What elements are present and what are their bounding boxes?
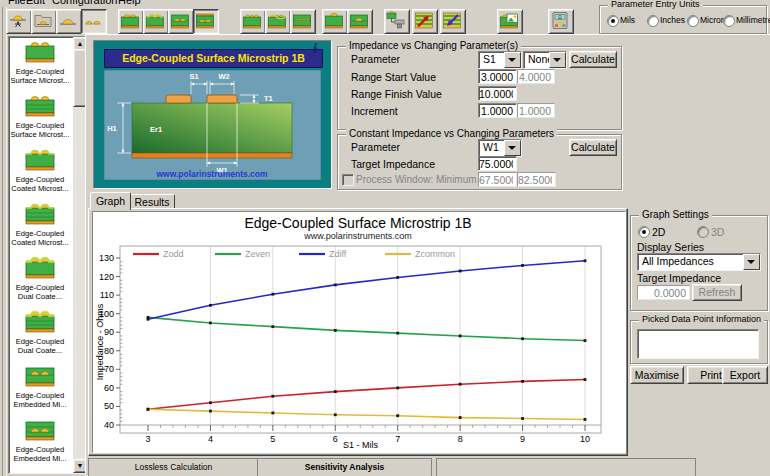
edge-coupled-surface-board-button[interactable] bbox=[240, 9, 266, 34]
structure-icon bbox=[23, 55, 57, 67]
constant-parameter-label: Parameter bbox=[351, 141, 400, 153]
structure-icon bbox=[23, 109, 57, 121]
increment-input[interactable] bbox=[478, 103, 517, 118]
svg-text:9: 9 bbox=[520, 434, 525, 444]
structure-icon bbox=[23, 271, 57, 283]
increment-secondary-input[interactable] bbox=[517, 103, 555, 118]
target-impedance-input[interactable] bbox=[478, 156, 517, 171]
export-button[interactable]: Export bbox=[722, 366, 768, 384]
bottom-tab-empty bbox=[436, 458, 696, 476]
refresh-button-label: Refresh bbox=[699, 286, 736, 298]
edge-coupled-embedded-board-button[interactable] bbox=[290, 9, 316, 34]
svg-text:Zeven: Zeven bbox=[245, 249, 270, 259]
display-series-value: All Impedances bbox=[642, 255, 714, 267]
chevron-down-icon[interactable] bbox=[504, 140, 521, 156]
calculate-constant-button[interactable]: Calculate bbox=[569, 139, 617, 156]
tab-graph[interactable]: Graph bbox=[90, 192, 131, 210]
dim-label-s1: S1 bbox=[189, 72, 198, 81]
process-window-checkbox[interactable] bbox=[342, 174, 354, 186]
bottom-tab-sensitivity-analysis[interactable]: Sensitivity Analysis bbox=[257, 458, 432, 476]
chevron-down-icon[interactable] bbox=[549, 52, 566, 68]
single-trace-person-button[interactable] bbox=[6, 9, 32, 34]
structure-item-7[interactable]: Edge-CoupledEmbedded Mi... bbox=[10, 363, 70, 417]
radio-microns[interactable] bbox=[687, 15, 699, 27]
svg-text:70: 70 bbox=[104, 364, 114, 374]
parameter-entry-units-title: Parameter Entry Units bbox=[608, 0, 703, 9]
structure-item-label: Edge-CoupledEmbedded Mi... bbox=[10, 392, 70, 409]
graph-target-impedance-input[interactable] bbox=[637, 285, 690, 300]
structure-item-label: Edge-CoupledDual Coate... bbox=[10, 338, 70, 355]
radio-2d-label: 2D bbox=[652, 226, 665, 238]
svg-text:10: 10 bbox=[580, 434, 590, 444]
constant-parameter-value: W1 bbox=[483, 141, 499, 153]
structure-item-label: Edge-CoupledCoated Microst... bbox=[10, 176, 70, 193]
info-icon[interactable]: i bbox=[313, 41, 325, 55]
maximise-button[interactable]: Maximise bbox=[630, 366, 684, 384]
structure-item-5[interactable]: Edge-CoupledDual Coate... bbox=[10, 255, 70, 309]
chevron-down-icon[interactable] bbox=[504, 52, 521, 68]
radio-millimetres[interactable] bbox=[723, 15, 735, 27]
svg-text:3: 3 bbox=[145, 434, 150, 444]
bottom-tab-lossless-calculation[interactable]: Lossless Calculation bbox=[88, 458, 259, 476]
process-max-input[interactable] bbox=[517, 172, 556, 187]
export-image-button[interactable] bbox=[497, 9, 523, 34]
surface-microstrip-board-button[interactable] bbox=[118, 9, 144, 34]
parameter1-value: S1 bbox=[483, 53, 496, 65]
structure-item-6[interactable]: Edge-CoupledDual Coate... bbox=[10, 309, 70, 363]
structure-item-3[interactable]: Edge-CoupledCoated Microst... bbox=[10, 147, 70, 201]
diagram-title-bar: Edge-Coupled Surface Microstrip 1B bbox=[104, 49, 323, 68]
broadside-coated-board-button[interactable] bbox=[322, 9, 348, 34]
svg-text:4: 4 bbox=[208, 434, 213, 444]
embedded-microstrip-board-button[interactable] bbox=[168, 9, 194, 34]
radio-mils[interactable] bbox=[607, 15, 619, 27]
structure-icon bbox=[23, 325, 57, 337]
radio-2d[interactable] bbox=[638, 226, 650, 238]
structure-item-label: Edge-CoupledDual Coate... bbox=[10, 284, 70, 301]
parameter1-select[interactable]: S1 bbox=[478, 51, 522, 69]
goal-seek-increase-button[interactable] bbox=[412, 9, 438, 34]
goal-seek-decrease-button[interactable] bbox=[440, 9, 466, 34]
edge-coupled-coated-board-button[interactable] bbox=[265, 9, 291, 34]
svg-text:120: 120 bbox=[99, 272, 114, 282]
ohm-calculator-button[interactable]: Ω bbox=[548, 9, 574, 34]
chart-svg[interactable]: Edge-Coupled Surface Microstrip 1Bwww.po… bbox=[93, 212, 623, 450]
range-start-label: Range Start Value bbox=[351, 71, 436, 83]
svg-text:www.polarinstruments.com: www.polarinstruments.com bbox=[303, 231, 412, 241]
chart[interactable]: Edge-Coupled Surface Microstrip 1Bwww.po… bbox=[92, 211, 626, 453]
structure-item-4[interactable]: Edge-CoupledCoated Microst... bbox=[10, 201, 70, 255]
stripline-board-button[interactable] bbox=[193, 9, 219, 34]
structure-item-label: Edge-CoupledSurface Microst... bbox=[10, 68, 70, 85]
process-min-input[interactable] bbox=[478, 172, 517, 187]
window-border bbox=[2, 0, 3, 476]
constant-parameter-select[interactable]: W1 bbox=[478, 139, 522, 157]
window-border-highlight bbox=[6, 0, 7, 476]
parameter2-select[interactable]: None bbox=[523, 51, 567, 69]
structure-item-2[interactable]: Edge-CoupledSurface Microst... bbox=[10, 93, 70, 147]
broadside-stripline-board-button[interactable] bbox=[347, 9, 373, 34]
display-series-label: Display Series bbox=[637, 241, 704, 253]
range-start-secondary-input[interactable] bbox=[517, 69, 555, 84]
radio-millimetres-label: Millimetres bbox=[736, 15, 770, 25]
radio-3d[interactable] bbox=[697, 226, 709, 238]
impedance-group-title: Impedance vs Changing Parameter(s) bbox=[346, 40, 521, 51]
structure-item-label: Edge-CoupledSurface Microst... bbox=[10, 122, 70, 139]
structure-item-8[interactable]: Edge-CoupledEmbedded Mi... bbox=[10, 417, 70, 471]
chevron-down-icon[interactable] bbox=[743, 254, 760, 270]
radio-inches[interactable] bbox=[647, 15, 659, 27]
radio-3d-label: 3D bbox=[711, 226, 724, 238]
coated-microstrip-board-button[interactable] bbox=[143, 9, 169, 34]
structure-icon bbox=[23, 163, 57, 175]
structure-list-scrollbar[interactable]: ▲ ▼ bbox=[73, 37, 85, 473]
display-series-select[interactable]: All Impedances bbox=[637, 253, 761, 271]
single-microstrip-button[interactable] bbox=[56, 9, 82, 34]
structure-analyzer-button[interactable] bbox=[384, 9, 410, 34]
application-window: FileEditConfigurationHelp Ω Parameter En… bbox=[0, 0, 770, 476]
structure-item-1[interactable]: Edge-CoupledSurface Microst... bbox=[10, 39, 70, 93]
range-start-input[interactable] bbox=[478, 69, 517, 84]
differential-pair-button[interactable] bbox=[81, 9, 107, 34]
range-finish-input[interactable] bbox=[478, 86, 517, 101]
refresh-button[interactable]: Refresh bbox=[692, 284, 742, 301]
structure-icon bbox=[23, 433, 57, 445]
calculate-impedance-button[interactable]: Calculate bbox=[569, 51, 617, 68]
folder-structure-button[interactable] bbox=[31, 9, 57, 34]
